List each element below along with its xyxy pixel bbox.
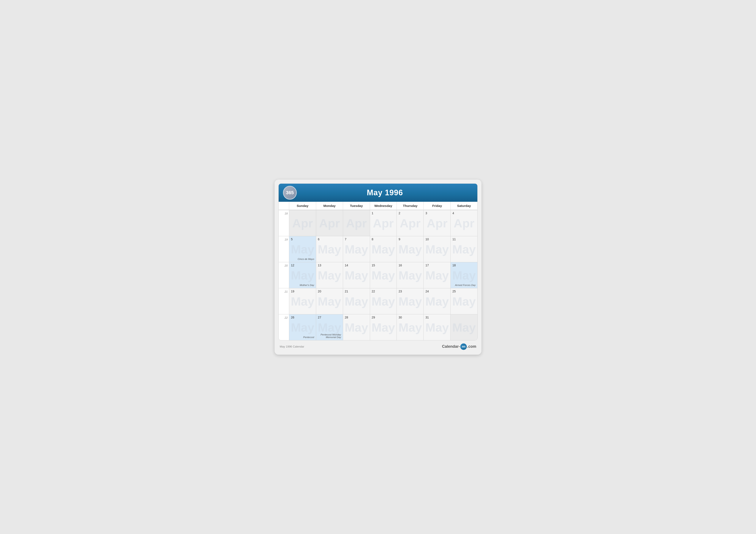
logo-badge: 365 — [283, 186, 297, 200]
cell-w2-d1[interactable]: 13May — [316, 262, 343, 288]
watermark: Apr — [319, 216, 340, 230]
day-number: 16 — [398, 264, 422, 267]
cell-w0-d1[interactable]: Apr — [316, 210, 343, 236]
cell-w3-d1[interactable]: 20May — [316, 288, 343, 314]
day-number: 23 — [398, 290, 422, 293]
cell-w2-d5[interactable]: 17May — [423, 262, 450, 288]
day-number: 13 — [318, 264, 341, 267]
calendar-row-1: 195MayCinco de Mayo6May7May8May9May10May… — [279, 236, 477, 262]
day-number: 25 — [452, 290, 475, 293]
day-number: 22 — [372, 290, 395, 293]
cell-w4-d3[interactable]: 29May — [370, 314, 397, 340]
watermark: Apr — [454, 216, 474, 230]
cell-w1-d4[interactable]: 9May — [396, 236, 423, 262]
watermark: May — [345, 268, 368, 282]
cell-w3-d2[interactable]: 21May — [343, 288, 370, 314]
watermark: May — [318, 268, 341, 282]
cell-w0-d2[interactable]: Apr — [343, 210, 370, 236]
days-header: Sunday Monday Tuesday Wednesday Thursday… — [279, 202, 477, 210]
calendar-row-3: 2119May20May21May22May23May24May25May — [279, 288, 477, 314]
watermark: May — [318, 242, 341, 256]
cell-w4-d4[interactable]: 30May — [396, 314, 423, 340]
watermark: May — [371, 320, 395, 334]
holiday-label: Pentecost Monday Memorial Day — [320, 333, 341, 339]
day-number: 30 — [398, 316, 422, 319]
cell-w3-d4[interactable]: 23May — [396, 288, 423, 314]
cell-w0-d3[interactable]: 1Apr — [370, 210, 397, 236]
cell-w1-d5[interactable]: 10May — [423, 236, 450, 262]
watermark: May — [398, 294, 422, 308]
cell-w4-d6[interactable]: May — [450, 314, 477, 340]
cell-w3-d0[interactable]: 19May — [289, 288, 316, 314]
holiday-label: Pentecost — [303, 336, 314, 339]
cell-w1-d1[interactable]: 6May — [316, 236, 343, 262]
watermark: Apr — [292, 216, 313, 230]
cell-w4-d2[interactable]: 28May — [343, 314, 370, 340]
cell-w4-d1[interactable]: 27MayPentecost Monday Memorial Day — [316, 314, 343, 340]
cell-w1-d6[interactable]: 11May — [450, 236, 477, 262]
day-number: 31 — [425, 316, 449, 319]
cell-w0-d6[interactable]: 4Apr — [450, 210, 477, 236]
watermark: May — [345, 242, 368, 256]
cell-w3-d6[interactable]: 25May — [450, 288, 477, 314]
cell-w1-d0[interactable]: 5MayCinco de Mayo — [289, 236, 316, 262]
cell-w0-d0[interactable]: Apr — [289, 210, 316, 236]
day-number: 20 — [318, 290, 341, 293]
cell-w1-d2[interactable]: 7May — [343, 236, 370, 262]
cell-w2-d4[interactable]: 16May — [396, 262, 423, 288]
day-number: 2 — [398, 212, 422, 215]
watermark: May — [425, 242, 449, 256]
day-number: 7 — [345, 238, 368, 241]
day-number: 3 — [425, 212, 449, 215]
day-number: 5 — [291, 238, 314, 241]
calendar-row-4: 2226MayPentecost27MayPentecost Monday Me… — [279, 314, 477, 340]
watermark: May — [371, 268, 395, 282]
watermark: May — [452, 268, 476, 282]
day-number: 29 — [372, 316, 395, 319]
day-number: 17 — [425, 264, 449, 267]
week-number-4: 22 — [279, 314, 289, 340]
watermark: May — [425, 294, 449, 308]
day-number: 28 — [345, 316, 368, 319]
cell-w2-d0[interactable]: 12MayMother's Day — [289, 262, 316, 288]
day-number: 26 — [291, 316, 314, 319]
cell-w2-d6[interactable]: 18MayArmed Forces Day — [450, 262, 477, 288]
watermark: May — [371, 242, 395, 256]
day-header-thursday: Thursday — [396, 202, 423, 210]
watermark: May — [345, 320, 368, 334]
footer-right-brand: Calendar- 365 .com — [442, 343, 476, 350]
footer-left-label: May 1996 Calendar — [280, 345, 304, 348]
day-header-saturday: Saturday — [450, 202, 477, 210]
watermark: May — [398, 320, 422, 334]
footer: May 1996 Calendar Calendar- 365 .com — [279, 341, 477, 351]
watermark: May — [291, 294, 314, 308]
watermark: May — [452, 242, 476, 256]
cell-w3-d5[interactable]: 24May — [423, 288, 450, 314]
cell-w0-d5[interactable]: 3Apr — [423, 210, 450, 236]
watermark: Apr — [346, 216, 366, 230]
week-number-1: 19 — [279, 236, 289, 262]
cell-w0-d4[interactable]: 2Apr — [396, 210, 423, 236]
day-header-tuesday: Tuesday — [343, 202, 370, 210]
day-number: 27 — [318, 316, 341, 319]
cell-w2-d2[interactable]: 14May — [343, 262, 370, 288]
watermark: May — [291, 268, 314, 282]
cell-w1-d3[interactable]: 8May — [370, 236, 397, 262]
week-num-header-blank — [279, 202, 289, 210]
holiday-label: Mother's Day — [300, 284, 314, 286]
day-number: 19 — [291, 290, 314, 293]
cell-w3-d3[interactable]: 22May — [370, 288, 397, 314]
cell-w4-d5[interactable]: 31May — [423, 314, 450, 340]
calendar-row-0: 18AprAprApr1Apr2Apr3Apr4Apr — [279, 210, 477, 236]
day-header-friday: Friday — [423, 202, 450, 210]
day-number: 12 — [291, 264, 314, 267]
week-number-0: 18 — [279, 210, 289, 236]
day-number: 10 — [425, 238, 449, 241]
footer-brand-prefix: Calendar- — [442, 344, 460, 349]
calendar-row-2: 2012MayMother's Day13May14May15May16May1… — [279, 262, 477, 288]
cell-w4-d0[interactable]: 26MayPentecost — [289, 314, 316, 340]
watermark: Apr — [400, 216, 420, 230]
watermark: May — [425, 320, 449, 334]
watermark: Apr — [427, 216, 447, 230]
cell-w2-d3[interactable]: 15May — [370, 262, 397, 288]
